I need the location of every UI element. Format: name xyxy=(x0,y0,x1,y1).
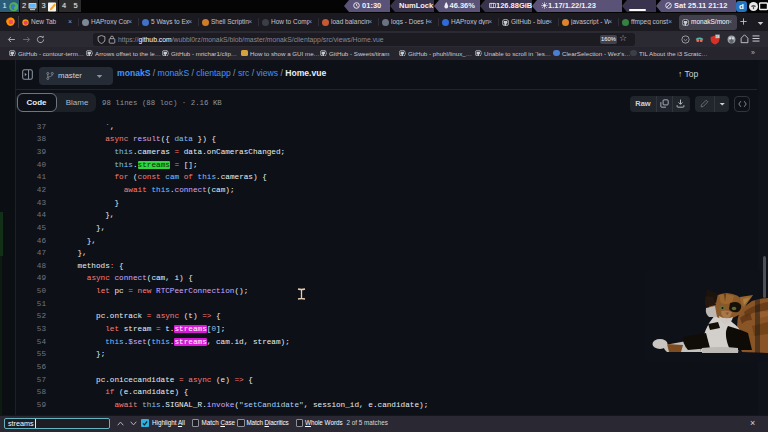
svg-text:18: 18 xyxy=(716,34,720,38)
